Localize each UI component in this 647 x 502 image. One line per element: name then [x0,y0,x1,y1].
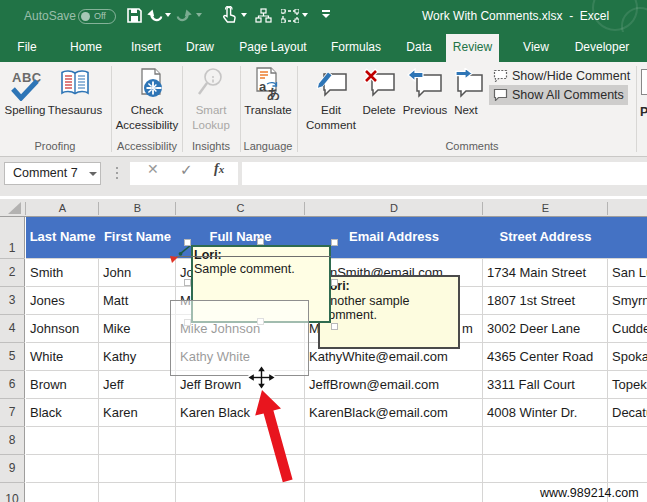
svg-text:a: a [259,79,267,94]
svg-text:あ: あ [267,86,280,100]
